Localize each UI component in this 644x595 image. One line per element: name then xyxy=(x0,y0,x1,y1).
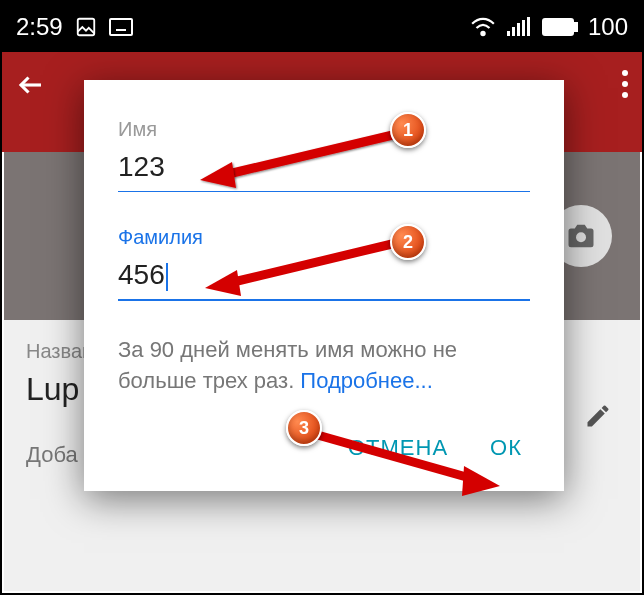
signal-icon xyxy=(506,17,532,37)
text-cursor xyxy=(166,263,168,291)
ok-button[interactable]: ОК xyxy=(490,435,522,461)
image-icon xyxy=(75,16,97,38)
svg-rect-11 xyxy=(522,20,525,36)
first-name-label: Имя xyxy=(118,118,530,141)
svg-rect-0 xyxy=(77,19,94,36)
svg-rect-12 xyxy=(527,17,530,36)
svg-rect-8 xyxy=(507,31,510,36)
clock: 2:59 xyxy=(16,13,63,41)
info-text: За 90 дней менять имя можно не больше тр… xyxy=(118,335,530,397)
annotation-marker-3: 3 xyxy=(286,410,322,446)
annotation-marker-1: 1 xyxy=(390,112,426,148)
edit-icon[interactable] xyxy=(584,402,612,430)
svg-point-7 xyxy=(481,32,484,35)
status-bar: 2:59 100 xyxy=(2,2,642,52)
first-name-field[interactable]: Имя 123 xyxy=(118,118,530,192)
svg-rect-9 xyxy=(512,27,515,36)
last-name-label: Фамилия xyxy=(118,226,530,249)
battery-percent: 100 xyxy=(588,13,628,41)
svg-rect-10 xyxy=(517,23,520,36)
svg-point-15 xyxy=(576,232,586,242)
annotation-marker-2: 2 xyxy=(390,224,426,260)
svg-rect-14 xyxy=(574,23,577,31)
svg-rect-1 xyxy=(110,19,132,35)
keyboard-icon xyxy=(109,18,133,36)
wifi-icon xyxy=(470,17,496,37)
svg-rect-13 xyxy=(543,19,573,35)
battery-icon xyxy=(542,18,578,36)
last-name-input[interactable]: 456 xyxy=(118,259,530,301)
first-name-input[interactable]: 123 xyxy=(118,151,530,192)
last-name-field[interactable]: Фамилия 456 xyxy=(118,226,530,301)
cancel-button[interactable]: ОТМЕНА xyxy=(348,435,448,461)
edit-name-dialog: Имя 123 Фамилия 456 За 90 дней менять им… xyxy=(84,80,564,491)
camera-icon xyxy=(566,223,596,249)
overflow-menu-icon[interactable] xyxy=(622,70,628,98)
learn-more-link[interactable]: Подробнее... xyxy=(300,368,432,393)
back-icon[interactable] xyxy=(16,70,46,100)
